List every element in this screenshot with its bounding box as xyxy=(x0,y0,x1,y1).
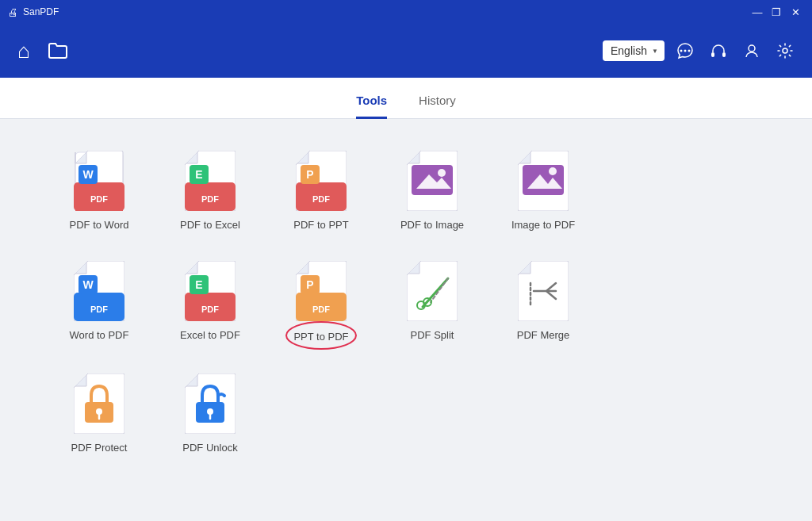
tools-row-2: PDF W Word to PDF PDF E xyxy=(48,253,764,350)
word-to-pdf-label: Word to PDF xyxy=(70,329,129,341)
pdf-to-image-icon xyxy=(407,151,458,211)
tools-grid: PDF W PDF to Word PDF xyxy=(48,143,764,460)
svg-point-23 xyxy=(438,169,446,177)
pdf-merge-icon xyxy=(518,261,569,321)
svg-text:PDF: PDF xyxy=(90,194,108,204)
tab-tools[interactable]: Tools xyxy=(356,94,387,119)
pdf-to-excel-icon: PDF E xyxy=(185,151,236,211)
pdf-to-ppt-label: PDF to PPT xyxy=(293,219,348,231)
svg-point-1 xyxy=(684,50,687,52)
restore-button[interactable]: ❐ xyxy=(768,3,785,21)
excel-to-pdf-label: Excel to PDF xyxy=(180,329,240,341)
tabs-bar: Tools History xyxy=(0,78,812,119)
pdf-to-ppt-icon: PDF P xyxy=(296,151,347,211)
svg-text:E: E xyxy=(195,168,202,181)
svg-point-0 xyxy=(680,50,683,52)
language-select[interactable]: English 中文 xyxy=(603,40,665,61)
tool-image-to-pdf[interactable]: Image to PDF xyxy=(492,143,595,237)
title-bar-controls: — ❐ ✕ xyxy=(749,3,804,21)
pdf-split-icon xyxy=(407,261,458,321)
svg-point-5 xyxy=(749,45,755,52)
ppt-to-pdf-label: PPT to PDF xyxy=(293,331,348,343)
tool-excel-to-pdf[interactable]: PDF E Excel to PDF xyxy=(159,253,262,350)
tool-pdf-to-image[interactable]: PDF to Image xyxy=(381,143,484,237)
pdf-to-word-label: PDF to Word xyxy=(70,219,129,231)
toolbar: ⌂ English 中文 xyxy=(0,24,812,78)
settings-button[interactable] xyxy=(772,38,798,63)
svg-text:W: W xyxy=(82,168,94,181)
headset-button[interactable] xyxy=(706,38,731,63)
tool-pdf-protect[interactable]: PDF Protect xyxy=(48,366,151,460)
tool-pdf-to-word[interactable]: PDF W PDF to Word xyxy=(48,143,151,237)
tool-pdf-merge[interactable]: PDF Merge xyxy=(492,253,595,350)
svg-rect-3 xyxy=(711,52,714,57)
tools-row-3: PDF Protect P xyxy=(48,366,764,460)
home-button[interactable]: ⌂ xyxy=(14,36,33,67)
image-to-pdf-label: Image to PDF xyxy=(511,219,575,231)
tool-ppt-to-pdf[interactable]: PDF P PPT to PDF xyxy=(270,253,373,350)
svg-point-6 xyxy=(783,48,787,53)
pdf-to-image-label: PDF to Image xyxy=(400,219,464,231)
ppt-to-pdf-icon: PDF P xyxy=(296,261,347,321)
chat-button[interactable] xyxy=(672,38,698,63)
svg-rect-4 xyxy=(722,52,726,57)
svg-text:P: P xyxy=(306,168,313,181)
title-bar: 🖨 SanPDF — ❐ ✕ xyxy=(0,0,812,24)
svg-text:P: P xyxy=(306,278,313,291)
pdf-to-word-icon: PDF W xyxy=(74,151,124,211)
tool-word-to-pdf[interactable]: PDF W Word to PDF xyxy=(48,253,151,350)
svg-text:W: W xyxy=(82,278,94,291)
svg-point-2 xyxy=(688,50,691,52)
pdf-unlock-label: PDF Unlock xyxy=(182,442,237,454)
user-button[interactable] xyxy=(739,38,764,63)
svg-point-26 xyxy=(549,167,557,175)
image-to-pdf-icon xyxy=(518,151,569,211)
svg-text:PDF: PDF xyxy=(201,194,219,204)
tool-pdf-to-excel[interactable]: PDF E PDF to Excel xyxy=(159,143,262,237)
pdf-merge-label: PDF Merge xyxy=(517,329,569,341)
pdf-unlock-icon xyxy=(185,374,236,434)
excel-to-pdf-icon: PDF E xyxy=(185,261,236,321)
tools-row-1: PDF W PDF to Word PDF xyxy=(48,143,764,237)
close-button[interactable]: ✕ xyxy=(787,3,804,21)
title-bar-title: SanPDF xyxy=(23,6,59,17)
svg-text:E: E xyxy=(195,278,202,291)
svg-text:PDF: PDF xyxy=(312,305,330,314)
svg-text:PDF: PDF xyxy=(90,305,108,314)
main-content: PDF W PDF to Word PDF xyxy=(0,119,812,521)
language-selector-wrapper[interactable]: English 中文 xyxy=(603,40,665,61)
folder-button[interactable] xyxy=(44,39,71,63)
pdf-protect-label: PDF Protect xyxy=(71,442,128,454)
word-to-pdf-icon: PDF W xyxy=(74,261,124,321)
pdf-split-label: PDF Split xyxy=(411,329,454,341)
svg-text:PDF: PDF xyxy=(312,194,330,204)
tab-history[interactable]: History xyxy=(419,94,456,119)
pdf-protect-icon xyxy=(74,374,124,434)
pdf-to-excel-label: PDF to Excel xyxy=(180,219,240,231)
title-bar-app-icon: 🖨 xyxy=(8,6,18,18)
minimize-button[interactable]: — xyxy=(749,3,766,21)
toolbar-left: ⌂ xyxy=(14,36,71,67)
tool-pdf-split[interactable]: PDF Split xyxy=(381,253,484,350)
toolbar-right: English 中文 xyxy=(603,38,798,63)
tool-pdf-to-ppt[interactable]: PDF P PDF to PPT xyxy=(270,143,373,237)
title-bar-left: 🖨 SanPDF xyxy=(8,6,59,18)
svg-text:PDF: PDF xyxy=(201,305,219,314)
tool-pdf-unlock[interactable]: PDF Unlock xyxy=(159,366,262,460)
